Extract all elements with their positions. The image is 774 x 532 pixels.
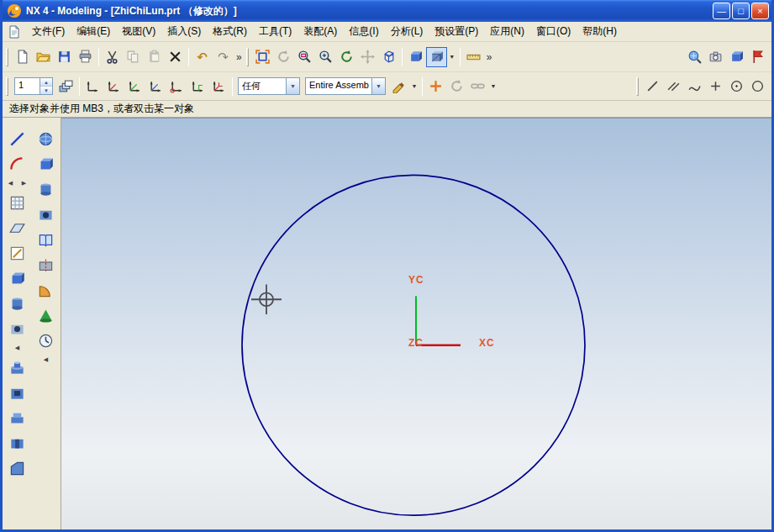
collapse-button[interactable]: ◀	[40, 355, 52, 365]
toolbar-grip[interactable]	[636, 77, 639, 96]
parallel-lines-button[interactable]	[663, 76, 684, 97]
menu-insert[interactable]: 插入(S)	[161, 22, 207, 41]
shaded-display-button[interactable]	[405, 47, 426, 67]
instance-button[interactable]	[34, 329, 58, 351]
csys-3-button[interactable]	[124, 76, 145, 97]
line-button[interactable]	[6, 128, 29, 150]
delete-button[interactable]	[165, 47, 186, 67]
pocket-button[interactable]	[6, 382, 29, 403]
revolve-button[interactable]	[6, 292, 29, 314]
new-button[interactable]	[12, 47, 33, 67]
refresh-button[interactable]	[273, 47, 294, 67]
menu-file[interactable]: 文件(F)	[26, 22, 71, 41]
circle-button[interactable]	[747, 76, 768, 97]
link-dropdown[interactable]: ▼	[488, 76, 498, 97]
undo-button[interactable]: ↶	[192, 47, 213, 67]
snap-point-button[interactable]	[425, 76, 446, 97]
datum-plane-button[interactable]	[6, 217, 29, 239]
selection-intent-button[interactable]	[388, 76, 409, 97]
toolbar-grip[interactable]	[246, 48, 249, 66]
zoom-box-button[interactable]	[294, 47, 315, 67]
menu-preferences[interactable]: 预设置(P)	[429, 22, 484, 41]
toolbar-overflow-button[interactable]: »	[484, 51, 495, 63]
measure-button[interactable]	[463, 47, 484, 67]
selection-intent-dropdown[interactable]: ▼	[409, 76, 419, 97]
cut-button[interactable]	[102, 47, 123, 67]
rotate-view-button[interactable]	[336, 47, 357, 67]
trim-body-button[interactable]	[34, 254, 58, 276]
menu-application[interactable]: 应用(N)	[484, 22, 530, 41]
toolbar-overflow-button[interactable]: »	[234, 51, 245, 63]
print-button[interactable]	[75, 47, 96, 67]
boss-button[interactable]	[6, 356, 29, 378]
save-button[interactable]	[54, 47, 75, 67]
menu-edit[interactable]: 编辑(E)	[71, 22, 116, 41]
menu-format[interactable]: 格式(R)	[207, 22, 253, 41]
arc-button[interactable]	[6, 153, 29, 175]
pocket2-button[interactable]	[34, 203, 58, 225]
open-button[interactable]	[33, 47, 54, 67]
pan-view-button[interactable]	[357, 47, 378, 67]
collapse-button[interactable]: ◀	[12, 343, 24, 353]
menu-analysis[interactable]: 分析(L)	[385, 22, 429, 41]
menu-tools[interactable]: 工具(T)	[253, 22, 297, 41]
selection-filter-combo[interactable]: 任何 ▼	[238, 77, 300, 95]
title-bar[interactable]: NX 4 - Modeling - [ZhiChiLun.prt （修改的）] …	[3, 0, 771, 22]
csys-7-button[interactable]	[208, 76, 229, 97]
maximize-button[interactable]: □	[732, 3, 750, 19]
blend-button[interactable]	[34, 279, 58, 301]
menu-information[interactable]: 信息(I)	[343, 22, 384, 41]
menu-view[interactable]: 视图(V)	[116, 22, 161, 41]
csys-4-button[interactable]	[145, 76, 166, 97]
chamfer-button[interactable]	[6, 457, 29, 479]
csys-6-button[interactable]	[187, 76, 208, 97]
circle-center-button[interactable]	[726, 76, 747, 97]
point-button[interactable]	[705, 76, 726, 97]
menu-window[interactable]: 窗口(O)	[530, 22, 577, 41]
selection-scope-combo[interactable]: Entire Assemb ▼	[305, 77, 386, 95]
datum-csys-button[interactable]	[6, 192, 29, 213]
csys-1-button[interactable]	[82, 76, 103, 97]
extrude-button[interactable]	[6, 267, 29, 289]
groove-button[interactable]	[6, 432, 29, 454]
toolbar-grip[interactable]	[6, 48, 8, 66]
block-button[interactable]	[34, 153, 58, 175]
redo-button[interactable]: ↷	[213, 47, 234, 67]
close-button[interactable]: ×	[751, 3, 769, 19]
csys-5-button[interactable]	[166, 76, 187, 97]
minimize-button[interactable]: —	[713, 3, 730, 19]
link-button[interactable]	[467, 76, 488, 97]
csys-2-button[interactable]	[103, 76, 124, 97]
graphics-canvas[interactable]	[61, 119, 771, 529]
perspective-button[interactable]	[378, 47, 399, 67]
hole-button[interactable]	[6, 318, 29, 340]
sphere-button[interactable]	[34, 128, 58, 150]
chevron-down-icon[interactable]: ▼	[286, 78, 299, 94]
work-layer-spinner[interactable]: ▲▼	[39, 78, 52, 94]
toolbar-grip[interactable]	[6, 77, 8, 96]
zoom-tool-button[interactable]	[684, 47, 705, 67]
role-button[interactable]	[747, 47, 768, 67]
collapse-left-button[interactable]: ◀	[5, 178, 17, 188]
fit-view-button[interactable]	[252, 47, 273, 67]
cone-button[interactable]	[34, 304, 58, 326]
spline-button[interactable]	[684, 76, 705, 97]
layer-settings-button[interactable]	[55, 76, 76, 97]
paste-button[interactable]	[144, 47, 165, 67]
pad-button[interactable]	[6, 407, 29, 429]
menu-help[interactable]: 帮助(H)	[577, 22, 623, 41]
display-cube-button[interactable]	[726, 47, 747, 67]
display-mode-button[interactable]	[426, 47, 447, 67]
collapse-right-button[interactable]: ▶	[18, 178, 30, 188]
copy-button[interactable]	[123, 47, 144, 67]
zoom-button[interactable]	[315, 47, 336, 67]
work-layer-combo[interactable]: 1 ▲▼	[14, 77, 53, 95]
chevron-down-icon[interactable]: ▼	[371, 78, 385, 94]
boss2-button[interactable]	[34, 178, 58, 200]
capture-button[interactable]	[705, 47, 726, 67]
sketch-button[interactable]	[6, 242, 29, 264]
menu-assemblies[interactable]: 装配(A)	[297, 22, 343, 41]
update-button[interactable]	[446, 76, 467, 97]
display-mode-dropdown[interactable]: ▼	[447, 47, 457, 67]
line-tool-button[interactable]	[642, 76, 663, 97]
